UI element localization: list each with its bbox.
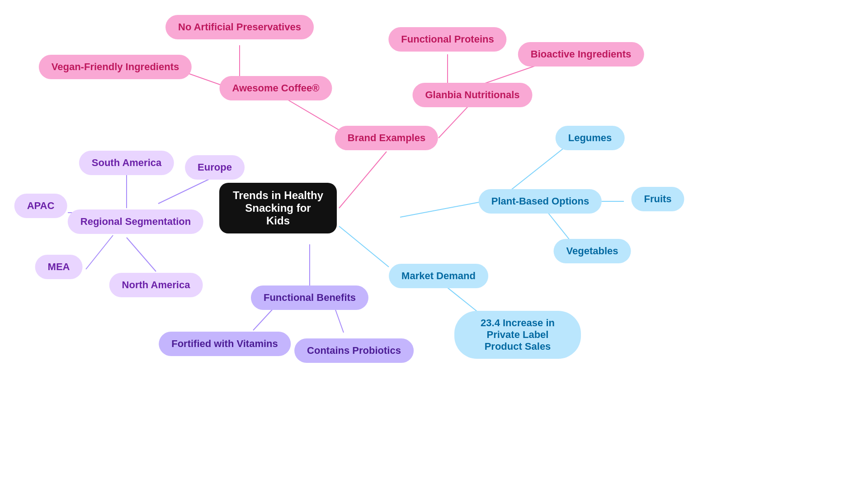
svg-line-12 — [127, 238, 156, 271]
vegetables-node: Vegetables — [554, 239, 631, 263]
functional-proteins-node: Functional Proteins — [388, 27, 506, 52]
glanbia-node: Glanbia Nutritionals — [412, 83, 532, 107]
fortified-vitamins-node: Fortified with Vitamins — [159, 332, 291, 356]
functional-benefits-node: Functional Benefits — [251, 285, 368, 310]
svg-line-9 — [158, 176, 215, 204]
no-artificial-node: No Artificial Preservatives — [165, 15, 314, 39]
svg-line-19 — [511, 147, 565, 190]
svg-line-0 — [339, 152, 387, 208]
vegan-friendly-node: Vegan-Friendly Ingredients — [39, 55, 192, 79]
market-demand-node: Market Demand — [389, 264, 488, 288]
south-america-node: South America — [79, 151, 174, 175]
awesome-coffee-node: Awesome Coffee® — [219, 76, 332, 100]
north-america-node: North America — [109, 273, 203, 297]
svg-line-3 — [185, 72, 224, 86]
svg-line-18 — [400, 201, 484, 217]
bioactive-node: Bioactive Ingredients — [518, 42, 644, 67]
brand-examples-node: Brand Examples — [335, 126, 438, 150]
svg-line-16 — [339, 226, 389, 267]
svg-line-4 — [439, 102, 472, 138]
europe-node: Europe — [185, 155, 245, 180]
center-node: Trends in Healthy Snacking for Kids — [219, 183, 337, 233]
plant-based-node: Plant-Based Options — [479, 189, 602, 214]
mea-node: MEA — [35, 255, 83, 279]
svg-line-11 — [86, 235, 113, 269]
apac-node: APAC — [14, 194, 67, 218]
contains-probiotics-node: Contains Probiotics — [294, 338, 414, 363]
private-label-node: 23.4 Increase in Private Label Product S… — [454, 311, 581, 359]
legumes-node: Legumes — [556, 126, 625, 150]
fruits-node: Fruits — [631, 187, 684, 211]
regional-seg-node: Regional Segmentation — [68, 209, 203, 234]
